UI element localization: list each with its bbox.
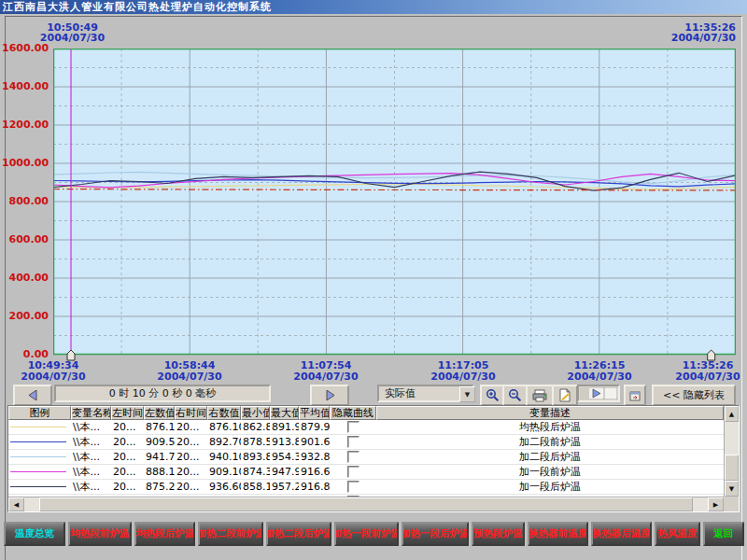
col-header-legend[interactable]: 图例	[8, 406, 71, 420]
down-arrow-icon: ▼	[729, 485, 734, 493]
left-value-cell: 722.20	[144, 495, 175, 497]
nav-button-temp-overview[interactable]: 温度总览	[4, 522, 65, 546]
hide-cell	[330, 420, 376, 434]
nav-button-heat2-rear[interactable]: 加热二段后炉温	[266, 522, 331, 546]
right-cursor-date: 2004/07/30	[642, 33, 736, 43]
right-arrow-icon	[325, 390, 335, 400]
nav-button-heat2-front[interactable]: 加热二段前炉温	[198, 522, 263, 546]
left-time-cell: 20...	[111, 480, 144, 494]
value-mode-dropdown-button[interactable]: ▼	[459, 386, 475, 402]
nav-button-preheat[interactable]: 预热段炉温	[472, 522, 525, 546]
min-cell: 718.60	[241, 495, 270, 497]
nav-button-hot-air[interactable]: 热风温度	[655, 522, 700, 546]
hide-curve-checkbox[interactable]	[347, 466, 359, 478]
vscroll-thumb[interactable]	[725, 455, 739, 481]
table-horizontal-scrollbar[interactable]: ◀ ▶	[8, 497, 724, 511]
var-name-cell: \\本...	[71, 465, 111, 479]
col-header-lefttime[interactable]: 左时间	[111, 406, 144, 420]
trend-plot[interactable]	[53, 49, 736, 366]
hide-list-button[interactable]: << 隐藏列表	[652, 385, 736, 406]
chevron-down-icon: ▼	[465, 391, 470, 399]
table-row[interactable]: \\本... 20... 722.20 20... 749.10 718.60 …	[8, 495, 724, 497]
table-row[interactable]: \\本... 20... 888.10 20... 909.10 874.30 …	[8, 465, 724, 480]
left-value-cell: 941.70	[144, 450, 175, 464]
playback-control[interactable]	[577, 385, 620, 402]
max-cell: 954.30	[270, 450, 299, 464]
window-title: 江西南昌大洪人管业有限公司热处理炉自动化控制系统	[0, 0, 272, 14]
nav-button-heat1-front[interactable]: 加热一段前炉温	[334, 522, 400, 546]
right-cursor-timestamp: 11:35:26 2004/07/30	[642, 22, 736, 43]
avg-cell: 742.41	[299, 495, 330, 497]
hide-curve-checkbox[interactable]	[347, 436, 359, 448]
legend-cell	[8, 420, 71, 434]
vscroll-track[interactable]	[725, 422, 739, 481]
y-axis-tick: 1400.00	[2, 81, 49, 92]
nav-button-exchanger-rear[interactable]: 换热器后温度	[591, 522, 652, 546]
nav-button-soak-rear[interactable]: 均热段后炉温	[134, 522, 196, 546]
col-header-leftvalue[interactable]: 左数值	[144, 406, 175, 420]
scroll-left-button[interactable]: ◀	[8, 497, 24, 511]
legend-cell	[8, 480, 71, 494]
hide-cell	[330, 450, 376, 464]
table-row[interactable]: \\本... 20... 876.10 20... 876.10 862.80 …	[8, 420, 724, 435]
x-axis-tick: 10:58:442004/07/30	[148, 360, 232, 382]
trend-toolbar: 0 时 10 分 0 秒 0 毫秒 实际值 ▼	[6, 384, 741, 403]
printer-icon	[532, 389, 547, 402]
hscroll-thumb[interactable]	[39, 497, 693, 511]
nav-button-return[interactable]: 返回	[703, 522, 744, 546]
col-header-min[interactable]: 最小值	[241, 406, 270, 420]
hide-curve-checkbox[interactable]	[347, 421, 359, 433]
avg-cell: 916.68	[299, 465, 330, 479]
hide-cell	[330, 480, 376, 494]
table-row[interactable]: \\本... 20... 909.50 20... 892.70 878.50 …	[8, 435, 724, 450]
left-arrow-icon	[28, 390, 38, 400]
right-time-cell: 20...	[175, 465, 207, 479]
zoom-out-icon	[508, 388, 522, 402]
nav-button-soak-front[interactable]: 均热段前炉温	[68, 522, 132, 546]
min-cell: 862.80	[241, 420, 270, 434]
scroll-right-button[interactable]	[310, 385, 349, 406]
scroll-left-button[interactable]	[13, 385, 52, 406]
scroll-down-button[interactable]: ▼	[725, 481, 739, 497]
legend-line	[10, 456, 66, 457]
hide-curve-checkbox[interactable]	[347, 481, 359, 493]
min-cell: 874.30	[241, 465, 270, 479]
right-value-cell: 940.10	[207, 450, 241, 464]
x-axis-tick: 11:07:542004/07/30	[284, 360, 368, 382]
nav-button-exchanger-front[interactable]: 换热器前温度	[528, 522, 588, 546]
zoom-in-button[interactable]	[480, 385, 505, 406]
hide-curve-checkbox[interactable]	[347, 451, 359, 463]
y-axis-tick: 1200.00	[2, 119, 49, 131]
hide-curve-checkbox[interactable]: ✓	[347, 496, 359, 497]
col-header-max[interactable]: 最大值	[270, 406, 299, 420]
nav-button-heat1-rear[interactable]: 加热一段后炉温	[402, 522, 468, 546]
col-header-varname[interactable]: 变量名称	[71, 406, 111, 420]
zoom-out-button[interactable]	[502, 385, 528, 406]
col-header-hide[interactable]: 隐藏曲线	[330, 406, 376, 420]
export-button[interactable]	[624, 385, 646, 406]
zoom-in-icon	[486, 388, 500, 402]
play-icon	[580, 387, 617, 399]
col-header-desc[interactable]: 变量描述	[376, 406, 724, 420]
table-vertical-scrollbar[interactable]: ▲ ▼	[724, 406, 739, 497]
new-trend-button[interactable]	[552, 385, 578, 406]
table-header: 图例 变量名称 左时间 左数值 右时间 右数值 最小值 最大值 平均值 隐藏曲线…	[8, 406, 724, 420]
left-value-cell: 875.20	[144, 480, 175, 494]
scroll-up-button[interactable]: ▲	[725, 406, 739, 422]
x-axis-tick: 10:49:342004/07/30	[11, 360, 95, 382]
hide-cell	[330, 465, 376, 479]
col-header-righttime[interactable]: 右时间	[175, 406, 207, 420]
col-header-rightvalue[interactable]: 右数值	[207, 406, 241, 420]
print-button[interactable]	[526, 385, 554, 406]
scroll-right-button[interactable]: ▶	[708, 497, 724, 511]
time-span-field[interactable]: 0 时 10 分 0 秒 0 毫秒	[54, 385, 271, 402]
up-arrow-icon: ▲	[729, 411, 734, 418]
avg-cell: 916.80	[299, 480, 330, 494]
left-time-cell: 20...	[111, 465, 144, 479]
max-cell: 768.20	[270, 495, 299, 497]
table-row[interactable]: \\本... 20... 941.70 20... 940.10 893.80 …	[8, 450, 724, 465]
table-row[interactable]: \\本... 20... 875.20 20... 936.60 858.10 …	[8, 480, 724, 495]
hscroll-track[interactable]	[24, 497, 708, 511]
col-header-avg[interactable]: 平均值	[299, 406, 330, 420]
hide-cell: ✓	[330, 495, 376, 497]
